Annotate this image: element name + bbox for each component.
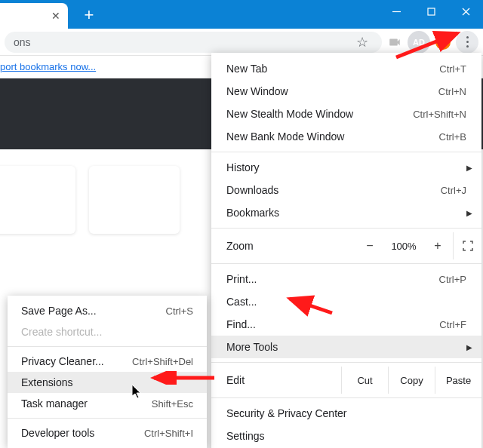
chevron-right-icon: ▶ (466, 164, 472, 172)
menu-new-tab[interactable]: New TabCtrl+T (211, 57, 481, 80)
bookmark-star-icon[interactable]: ☆ (352, 34, 373, 51)
tab-close-icon[interactable]: ✕ (51, 10, 60, 22)
menu-separator (211, 152, 481, 152)
menu-separator (8, 418, 207, 419)
menu-zoom: Zoom − 100% + (211, 232, 481, 259)
submenu-extensions[interactable]: Extensions (8, 372, 207, 393)
chevron-right-icon: ▶ (466, 343, 472, 351)
menu-separator (211, 263, 481, 264)
zoom-in-button[interactable]: + (423, 239, 453, 253)
ad-block-icon[interactable]: AD (408, 31, 430, 54)
window-minimize-button[interactable] (379, 0, 414, 23)
submenu-create-shortcut: Create shortcut... (8, 321, 207, 342)
menu-more-tools[interactable]: More Tools▶ (211, 336, 481, 358)
menu-new-window[interactable]: New WindowCtrl+N (211, 80, 481, 103)
import-bookmarks-link[interactable]: port bookmarks now... (0, 61, 96, 72)
menu-separator (211, 228, 481, 229)
svg-rect-1 (428, 8, 435, 15)
zoom-value: 100% (385, 241, 423, 252)
browser-tab[interactable]: ✕ (0, 3, 68, 29)
card[interactable] (0, 166, 75, 234)
menu-edit: Edit Cut Copy Paste (211, 367, 481, 394)
menu-separator (8, 346, 207, 347)
avast-icon[interactable] (432, 31, 454, 54)
edit-copy-button[interactable]: Copy (388, 367, 435, 394)
cursor-icon (132, 385, 144, 400)
new-tab-button[interactable]: + (78, 5, 100, 26)
menu-downloads[interactable]: DownloadsCtrl+J (211, 179, 481, 201)
edit-cut-button[interactable]: Cut (341, 367, 388, 394)
address-bar-text: ons (14, 36, 31, 48)
main-menu: New TabCtrl+T New WindowCtrl+N New Steal… (211, 53, 481, 448)
menu-separator (211, 362, 481, 363)
menu-separator (211, 397, 481, 398)
card[interactable] (89, 166, 180, 234)
submenu-privacy-cleaner[interactable]: Privacy Cleaner...Ctrl+Shift+Del (8, 351, 207, 372)
menu-history[interactable]: History▶ (211, 156, 481, 179)
camera-icon[interactable] (383, 31, 406, 54)
toolbar: ons ☆ AD (0, 29, 483, 56)
address-bar[interactable]: ons ☆ (5, 32, 382, 53)
zoom-out-button[interactable]: − (355, 239, 385, 253)
menu-bookmarks[interactable]: Bookmarks▶ (211, 201, 481, 224)
menu-find[interactable]: Find...Ctrl+F (211, 313, 481, 336)
fullscreen-button[interactable] (453, 232, 481, 259)
menu-cast[interactable]: Cast... (211, 290, 481, 313)
edit-paste-button[interactable]: Paste (435, 367, 481, 394)
menu-settings[interactable]: Settings (211, 425, 481, 447)
menu-print[interactable]: Print...Ctrl+P (211, 268, 481, 290)
submenu-task-manager[interactable]: Task managerShift+Esc (8, 393, 207, 414)
chevron-right-icon: ▶ (466, 209, 472, 217)
window-close-button[interactable] (448, 0, 483, 23)
submenu-developer-tools[interactable]: Developer toolsCtrl+Shift+I (8, 422, 207, 443)
more-tools-submenu: Save Page As...Ctrl+S Create shortcut...… (8, 296, 207, 448)
window-maximize-button[interactable] (414, 0, 448, 23)
menu-new-stealth[interactable]: New Stealth Mode WindowCtrl+Shift+N (211, 103, 481, 125)
more-menu-button[interactable] (456, 31, 478, 54)
menu-security[interactable]: Security & Privacy Center (211, 402, 481, 425)
submenu-save-page-as[interactable]: Save Page As...Ctrl+S (8, 300, 207, 321)
menu-new-bank[interactable]: New Bank Mode WindowCtrl+B (211, 125, 481, 148)
vertical-dots-icon (466, 36, 469, 48)
